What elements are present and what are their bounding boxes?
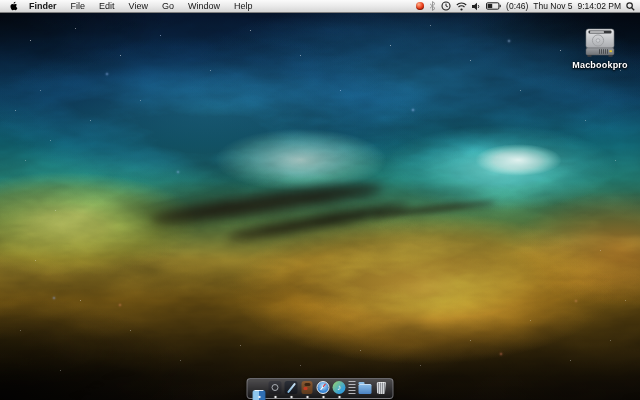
desktop-volume-label: Macbookpro — [572, 60, 628, 70]
trash-icon — [376, 382, 386, 394]
menu-go[interactable]: Go — [155, 0, 181, 12]
aperture-icon — [269, 381, 282, 394]
wifi-icon[interactable] — [456, 2, 467, 11]
running-indicator — [322, 396, 324, 398]
menu-bar-status-area: (0:46) Thu Nov 5 9:14:02 PM — [416, 1, 640, 11]
running-indicator — [258, 396, 260, 398]
running-indicator — [306, 396, 308, 398]
dock-item-trash[interactable] — [375, 381, 388, 394]
music-note-icon: ♪ — [333, 381, 346, 394]
nebula-wallpaper — [0, 0, 640, 400]
dock-separator — [349, 381, 356, 394]
desktop-volume-macbookpro[interactable]: Macbookpro — [572, 28, 628, 70]
hard-drive-icon — [582, 28, 618, 58]
macos-desktop: Finder File Edit View Go Window Help — [0, 0, 640, 400]
dock-item-finder[interactable] — [253, 381, 266, 394]
menu-bar: Finder File Edit View Go Window Help — [0, 0, 640, 13]
dock: ♪ — [247, 378, 394, 399]
menu-file[interactable]: File — [64, 0, 93, 12]
menu-help[interactable]: Help — [227, 0, 260, 12]
spotlight-icon[interactable] — [626, 2, 635, 11]
separator-icon — [349, 381, 356, 394]
dock-item-documents-folder[interactable] — [359, 381, 372, 394]
bluetooth-icon[interactable] — [429, 1, 436, 11]
red-orb-menu-extra-icon[interactable] — [416, 2, 424, 10]
volume-icon[interactable] — [472, 2, 481, 11]
finder-icon — [253, 390, 266, 400]
running-indicator — [338, 396, 340, 398]
battery-time-remaining[interactable]: (0:46) — [506, 1, 528, 11]
time-machine-icon[interactable] — [441, 1, 451, 11]
menu-edit[interactable]: Edit — [92, 0, 122, 12]
menu-bar-date[interactable]: Thu Nov 5 — [533, 1, 572, 11]
running-indicator — [290, 396, 292, 398]
dock-item-safari[interactable] — [317, 381, 330, 394]
apple-menu[interactable] — [9, 1, 18, 11]
dock-item-itunes[interactable]: ♪ — [333, 381, 346, 394]
menu-window[interactable]: Window — [181, 0, 227, 12]
pen-icon — [285, 381, 298, 394]
mascot-icon — [302, 381, 313, 394]
dock-item-brown-mascot-app[interactable] — [301, 381, 314, 394]
folder-icon — [359, 384, 372, 394]
menu-bar-clock[interactable]: 9:14:02 PM — [578, 1, 621, 11]
menu-finder[interactable]: Finder — [22, 0, 64, 12]
dock-item-dark-aperture-app[interactable] — [269, 381, 282, 394]
dock-item-pen-app[interactable] — [285, 381, 298, 394]
running-indicator — [274, 396, 276, 398]
apple-logo-icon — [9, 1, 18, 11]
safari-compass-icon — [317, 381, 330, 394]
battery-icon[interactable] — [486, 2, 501, 10]
menu-view[interactable]: View — [122, 0, 155, 12]
